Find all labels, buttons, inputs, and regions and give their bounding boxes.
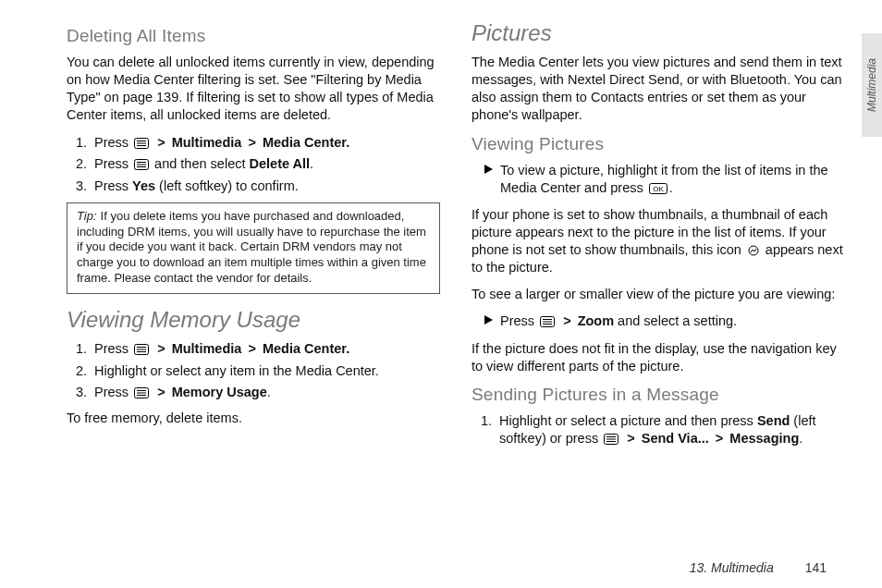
triangle-bullet-icon: [484, 315, 493, 325]
text: Press: [94, 135, 132, 150]
bullet-zoom: Press > Zoom and select a setting.: [484, 312, 845, 330]
text-bold: Yes: [132, 178, 155, 193]
heading-viewing-pictures: Viewing Pictures: [472, 134, 845, 154]
gt-icon: >: [563, 312, 570, 330]
footer-chapter: 13. Multimedia: [690, 560, 774, 575]
footer-page-number: 141: [805, 560, 827, 575]
steps-deleting: Press > Multimedia > Media Center. Press…: [70, 134, 440, 196]
step-sending-1: Highlight or select a picture and then p…: [496, 412, 845, 448]
text-bold: Media Center.: [263, 341, 349, 356]
step-memory-3: Press > Memory Usage.: [91, 384, 440, 402]
tip-box: Tip:If you delete items you have purchas…: [67, 202, 440, 294]
step-memory-1: Press > Multimedia > Media Center.: [91, 340, 440, 359]
menu-key-icon: [134, 344, 149, 355]
bullet-text: Press > Zoom and select a setting.: [500, 312, 737, 330]
paragraph-zoom-intro: To see a larger or smaller view of the p…: [472, 286, 845, 303]
heading-viewing-memory-usage: Viewing Memory Usage: [67, 307, 440, 333]
steps-memory: Press > Multimedia > Media Center. Highl…: [70, 340, 440, 402]
steps-sending: Highlight or select a picture and then p…: [475, 412, 845, 448]
text-bold: Memory Usage: [172, 385, 267, 399]
side-tab-label: Multimedia: [865, 58, 878, 112]
text-bold: Send Via...: [642, 431, 709, 446]
gt-icon: >: [248, 340, 255, 359]
side-tab: Multimedia: [862, 33, 882, 137]
text: Press: [94, 385, 132, 399]
step-deleting-2: Press and then select Delete All.: [91, 155, 440, 174]
text-bold: Zoom: [578, 313, 614, 328]
paragraph-deleting-intro: You can delete all unlocked items curren…: [67, 54, 440, 125]
heading-pictures: Pictures: [472, 20, 845, 46]
right-column: Pictures The Media Center lets you view …: [472, 20, 845, 456]
svg-marker-16: [484, 165, 493, 174]
ok-key-icon: OK: [649, 183, 668, 194]
text: Press: [94, 341, 132, 356]
text-bold: Delete All: [250, 156, 311, 171]
text: Press: [94, 178, 132, 193]
text: Press: [94, 156, 132, 171]
svg-text:OK: OK: [653, 185, 664, 193]
bullet-view-picture: To view a picture, highlight it from the…: [484, 162, 845, 197]
gt-icon: >: [248, 134, 255, 153]
step-memory-2: Highlight or select any item in the Medi…: [91, 362, 440, 381]
text-bold: Send: [757, 413, 790, 428]
paragraph-memory-outro: To free memory, delete items.: [67, 410, 440, 427]
left-column: Deleting All Items You can delete all un…: [67, 20, 440, 456]
heading-deleting-all-items: Deleting All Items: [67, 26, 440, 46]
paragraph-navigation-key: If the picture does not fit in the displ…: [472, 340, 845, 375]
text: .: [799, 431, 802, 446]
gt-icon: >: [157, 384, 165, 402]
text: and then select: [151, 156, 249, 171]
text-bold: Media Center.: [263, 135, 349, 150]
text: .: [267, 385, 271, 399]
tip-label: Tip:: [77, 209, 97, 223]
menu-key-icon: [134, 387, 149, 398]
heading-sending-pictures: Sending Pictures in a Message: [472, 385, 845, 405]
step-deleting-3: Press Yes (left softkey) to confirm.: [91, 178, 440, 196]
text: Highlight or select a picture and then p…: [499, 413, 757, 428]
tip-body: If you delete items you have purchased a…: [77, 209, 426, 285]
gt-icon: >: [716, 430, 723, 448]
bullet-text: To view a picture, highlight it from the…: [500, 162, 845, 197]
text: (left softkey) to confirm.: [155, 178, 299, 193]
gt-icon: >: [157, 340, 165, 359]
picture-placeholder-icon: [747, 245, 760, 256]
menu-key-icon: [134, 138, 149, 149]
text-bold: Multimedia: [172, 341, 242, 356]
page-body: Deleting All Items You can delete all un…: [0, 0, 882, 465]
step-deleting-1: Press > Multimedia > Media Center.: [91, 134, 440, 153]
text: .: [669, 180, 673, 195]
paragraph-thumbnails: If your phone is set to show thumbnails,…: [472, 206, 845, 277]
text: and select a setting.: [614, 313, 737, 328]
menu-key-icon: [604, 434, 619, 445]
menu-key-icon: [134, 159, 149, 170]
triangle-bullet-icon: [484, 165, 493, 174]
text-bold: Multimedia: [172, 135, 242, 150]
gt-icon: >: [157, 134, 165, 153]
menu-key-icon: [540, 316, 555, 327]
gt-icon: >: [627, 430, 634, 448]
text-bold: Messaging: [729, 431, 799, 446]
paragraph-pictures-intro: The Media Center lets you view pictures …: [472, 54, 845, 125]
page-footer: 13. Multimedia 141: [690, 560, 827, 575]
text: Press: [500, 313, 538, 328]
text: .: [310, 156, 313, 171]
svg-marker-20: [484, 315, 493, 325]
